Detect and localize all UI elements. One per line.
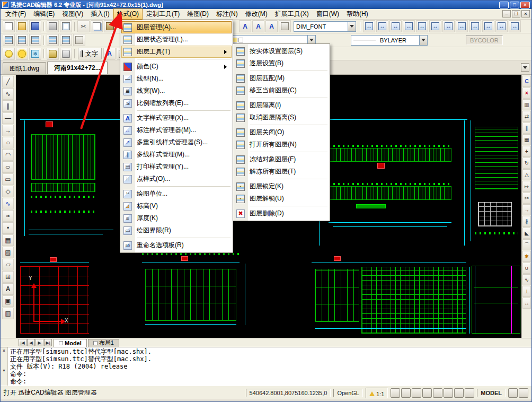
layer-unlock-button[interactable] xyxy=(60,48,72,60)
mi-layer-off[interactable]: 图层关闭(O) xyxy=(234,126,329,138)
text-mask-button[interactable] xyxy=(279,20,291,32)
new-button[interactable] xyxy=(3,20,15,32)
menu-custom-tools[interactable]: 定制工具(T) xyxy=(143,8,183,20)
mi-layer-unlock[interactable]: 图层解锁(U) xyxy=(234,193,329,205)
mi-mline-style[interactable]: 多线样式管理(M)... xyxy=(121,148,232,161)
annotation-scale-control[interactable]: 1:1 xyxy=(366,388,388,398)
tool-hatch-button[interactable] xyxy=(2,234,14,246)
scale-button[interactable] xyxy=(522,169,531,180)
make-object-layer-current-button[interactable] xyxy=(47,34,59,46)
print-preview-button[interactable] xyxy=(60,20,72,32)
mirror-button[interactable] xyxy=(522,111,531,122)
mi-move-to-current-layer[interactable]: 移至当前图层(C) xyxy=(234,84,329,97)
command-input-line[interactable]: 命令: xyxy=(10,378,529,385)
space-mode-button[interactable]: MODEL xyxy=(477,389,506,397)
layer-isolate-button[interactable] xyxy=(60,34,72,46)
plot-style-button[interactable]: BYCOLOR xyxy=(466,36,503,45)
model-space-toggle[interactable] xyxy=(508,388,518,398)
tab-henan-drawing[interactable]: 河南91x42+72... xyxy=(47,61,108,74)
fillet-button[interactable] xyxy=(522,239,531,250)
break-button[interactable] xyxy=(522,216,531,227)
mi-rename-palette[interactable]: 重命名选项板(R) xyxy=(121,239,232,251)
tool-line-button[interactable] xyxy=(2,76,14,88)
mi-layer-isolate[interactable]: 图层隔离(I) xyxy=(234,99,329,111)
tab-model[interactable]: Model xyxy=(54,339,87,347)
spell-check-button[interactable] xyxy=(265,20,278,32)
tool-block-button[interactable] xyxy=(2,295,14,307)
offset-button[interactable] xyxy=(522,123,531,134)
cut-button[interactable] xyxy=(77,20,90,32)
close-button[interactable] xyxy=(520,2,530,8)
menu-format[interactable]: 格式(O) xyxy=(113,8,143,20)
paste-button[interactable] xyxy=(104,20,116,32)
mi-point-style[interactable]: 点样式(O)... xyxy=(121,173,232,185)
menu-window[interactable]: 窗口(W) xyxy=(313,8,343,20)
mtext-button[interactable] xyxy=(103,48,116,60)
save-button[interactable] xyxy=(29,20,41,32)
toolbar-separator[interactable] xyxy=(42,20,46,32)
extend-button[interactable] xyxy=(522,204,531,215)
tool-spline-button[interactable] xyxy=(2,198,14,209)
text-style-combo[interactable]: DIM_FONT xyxy=(294,21,356,32)
lock-toggle[interactable] xyxy=(412,388,421,398)
erase-button[interactable] xyxy=(522,88,531,99)
aligned-dimension-button[interactable] xyxy=(376,20,388,32)
menu-edit[interactable]: 编辑(E) xyxy=(30,8,58,20)
chevron-down-icon[interactable]: ▼ xyxy=(2,369,6,372)
tool-table-button[interactable] xyxy=(2,271,14,283)
stretch-button[interactable] xyxy=(522,181,531,192)
rotate-button[interactable] xyxy=(522,158,531,169)
mi-scale-list[interactable]: 比例缩放列表(E)... xyxy=(121,97,232,109)
tool-construction-line-button[interactable] xyxy=(2,112,14,124)
mi-layer-match[interactable]: 图层匹配(M) xyxy=(234,72,329,84)
quick-dimension-button[interactable] xyxy=(456,20,468,32)
tool-point-button[interactable] xyxy=(2,222,14,234)
layer-thaw-button[interactable] xyxy=(16,48,28,60)
tool-circle-button[interactable] xyxy=(2,137,14,148)
mi-limits[interactable]: 绘图界限(R) xyxy=(121,224,232,237)
maximize-button[interactable] xyxy=(510,2,519,8)
mi-elevation[interactable]: 标高(V) xyxy=(121,200,232,212)
menu-file[interactable]: 文件(F) xyxy=(2,8,30,20)
copy-object-button[interactable] xyxy=(522,99,531,110)
layer-states-button[interactable] xyxy=(16,34,28,46)
snap-toggle[interactable] xyxy=(422,388,432,398)
explode-button[interactable] xyxy=(522,251,531,262)
mi-lineweight[interactable]: 线宽(W)... xyxy=(121,85,232,97)
array-button[interactable] xyxy=(522,134,531,145)
mi-units[interactable]: 绘图单位... xyxy=(121,188,232,200)
tool-polyline-button[interactable] xyxy=(2,88,14,100)
leader-button[interactable] xyxy=(495,20,508,32)
mdi-minimize-button[interactable] xyxy=(502,10,511,18)
mi-thickness[interactable]: 厚度(K) xyxy=(121,212,232,224)
tool-ray-button[interactable] xyxy=(2,125,14,136)
grid-display-toggle[interactable] xyxy=(519,388,528,398)
mi-layer-walk[interactable]: 逐层设置(B) xyxy=(234,57,329,69)
prev-sheet-button[interactable]: ◀ xyxy=(27,339,35,346)
tool-arc-button[interactable] xyxy=(2,149,14,161)
chamfer-button[interactable] xyxy=(522,228,531,239)
chevron-down-icon[interactable] xyxy=(419,36,427,45)
mi-layer-delete[interactable]: 图层删除(D) xyxy=(234,207,329,220)
move-button[interactable] xyxy=(522,146,531,157)
command-history[interactable]: 正在用字型[simsun.ttc]替代字型[mac.shx]. 正在用字型[si… xyxy=(8,347,531,386)
mi-linetype[interactable]: 线型(N)... xyxy=(121,73,232,85)
baseline-button[interactable] xyxy=(469,20,481,32)
minimize-button[interactable] xyxy=(499,2,509,8)
mi-layer-manager[interactable]: 图层管理(A)... xyxy=(121,21,232,33)
toolbar-separator[interactable] xyxy=(42,34,46,46)
arc-length-button[interactable] xyxy=(389,20,402,32)
annotation-visibility-toggle[interactable] xyxy=(391,388,400,398)
next-sheet-button[interactable]: ▶ xyxy=(36,339,43,346)
linetype-combo[interactable]: BYLAYER xyxy=(351,35,428,46)
mi-plot-style[interactable]: 打印样式管理(Y)... xyxy=(121,161,232,173)
layer-previous-button[interactable] xyxy=(29,34,41,46)
last-sheet-button[interactable]: ▶| xyxy=(44,339,52,346)
layer-properties-button[interactable] xyxy=(3,34,15,46)
text-style-button[interactable] xyxy=(239,20,251,32)
menu-view[interactable]: 视图(V) xyxy=(58,8,87,20)
tool-polygon-button[interactable] xyxy=(2,186,14,197)
open-button[interactable] xyxy=(16,20,28,32)
join-button[interactable] xyxy=(522,263,531,274)
menu-modify[interactable]: 修改(M) xyxy=(242,8,271,20)
